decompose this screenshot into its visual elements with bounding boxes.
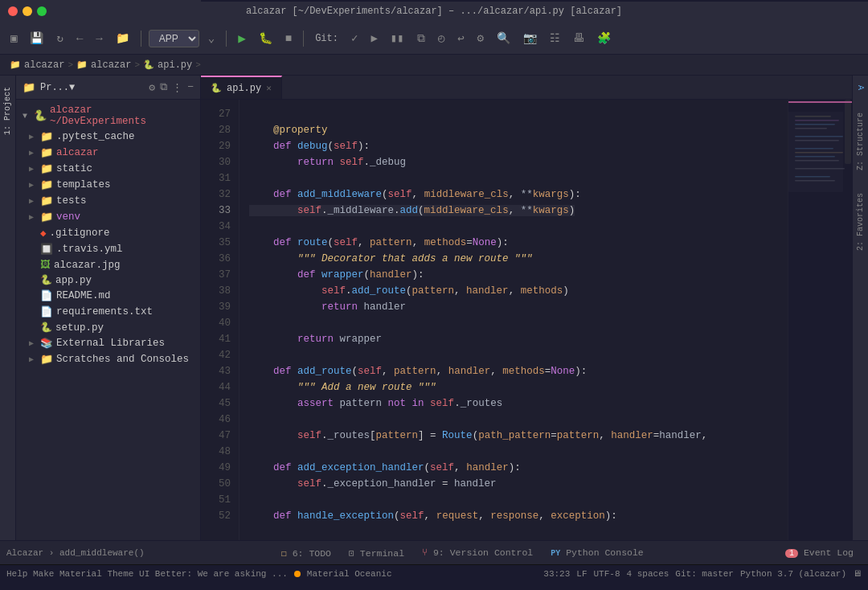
readme-icon: 📄: [40, 289, 53, 302]
stop-icon[interactable]: ■: [281, 30, 296, 47]
tree-item-scratches[interactable]: ▶ 📁 Scratches and Consoles: [16, 351, 200, 367]
tab-version-control[interactable]: ⑂ 9: Version Control: [414, 545, 541, 560]
tree-item-alcazar[interactable]: ▶ 📁 alcazar: [16, 145, 200, 161]
code-line-32: def add_middleware(self, middleware_cls,…: [249, 189, 581, 200]
tab-event-log[interactable]: 1 Event Log: [774, 545, 862, 560]
minimap: [788, 100, 852, 540]
breadcrumb-item-3[interactable]: api.py: [158, 59, 192, 71]
tree-arrow-alcazar: ▶: [29, 148, 37, 158]
status-encoding[interactable]: UTF-8: [594, 569, 620, 579]
tree-item-pytest[interactable]: ▶ 📁 .pytest_cache: [16, 129, 200, 145]
minimize-button[interactable]: [23, 6, 32, 16]
file-icon[interactable]: ▣: [6, 29, 21, 47]
editor-area: 🐍 api.py ✕ 27 28 29 30 31 32 33 34 35 36…: [201, 76, 852, 540]
git-undo-icon[interactable]: ↩: [453, 29, 468, 47]
run-icon[interactable]: ▶: [234, 28, 250, 49]
tab-todo[interactable]: ☐ 6: TODO: [273, 545, 339, 561]
code-line-47: self._routes[pattern] = Route(path_patte…: [249, 430, 707, 441]
tab-terminal[interactable]: ⊡ Terminal: [341, 545, 412, 561]
close-button[interactable]: [8, 6, 18, 16]
refresh-icon[interactable]: ↻: [52, 29, 67, 47]
tree-item-gitignore[interactable]: ▶ ◆ .gitignore: [16, 225, 200, 241]
linenum-28: 28: [201, 122, 239, 138]
tree-arrow-pytest: ▶: [29, 132, 37, 141]
tree-item-readme[interactable]: ▶ 📄 README.md: [16, 288, 200, 304]
breadcrumb-item-1[interactable]: alcazar: [24, 59, 64, 71]
status-lf[interactable]: LF: [576, 569, 587, 579]
status-git[interactable]: Git: master: [675, 569, 734, 579]
code-line-41: return wrapper: [249, 334, 382, 345]
puzzle-icon[interactable]: 🧩: [593, 29, 615, 47]
static-label: static: [56, 163, 92, 174]
back-icon[interactable]: ←: [72, 30, 87, 47]
panel-settings-icon[interactable]: ⚙: [149, 81, 155, 94]
camera-icon[interactable]: 📷: [519, 29, 541, 47]
status-indent[interactable]: 4 spaces: [627, 569, 669, 579]
tree-item-static[interactable]: ▶ 📁 static: [16, 161, 200, 177]
breadcrumb-item-2[interactable]: alcazar: [91, 59, 131, 71]
git-rewind-icon[interactable]: ▮▮: [387, 29, 408, 47]
debug-icon[interactable]: 🐛: [255, 29, 276, 47]
line-numbers: 27 28 29 30 31 32 33 34 35 36 37 38 39 4…: [201, 100, 240, 540]
code-line-49: def add_exception_handler(self, handler)…: [249, 462, 521, 473]
panel-expand-icon[interactable]: ⧉: [160, 81, 167, 93]
tree-item-travis[interactable]: ▶ 🔲 .travis.yml: [16, 241, 200, 257]
grid-icon[interactable]: ☷: [546, 29, 564, 47]
linenum-48: 48: [201, 444, 239, 460]
tree-root[interactable]: ▼ 🐍 alcazar ~/DevExperiments: [16, 103, 200, 129]
maximize-button[interactable]: [37, 6, 47, 16]
extlib-label: External Libraries: [56, 338, 165, 349]
structure-tab[interactable]: Z: Structure: [854, 109, 866, 174]
status-help: Help Make Material Theme UI Better: We a…: [6, 569, 288, 579]
minimap-svg: [788, 100, 852, 421]
git-push-icon[interactable]: ▶: [366, 29, 381, 47]
status-line-col[interactable]: 33:23: [543, 569, 570, 579]
tree-item-venv[interactable]: ▶ 📁 venv: [16, 209, 200, 225]
breadcrumb-folder2-icon: 📁: [76, 59, 88, 70]
monitor-icon[interactable]: 🖶: [569, 30, 588, 47]
setuppy-icon: 🐍: [40, 322, 52, 334]
project-tab[interactable]: 1: Project: [2, 82, 14, 140]
svg-rect-15: [788, 112, 843, 192]
code-line-35: def route(self, pattern, methods=None):: [249, 237, 509, 248]
breadcrumb-sep-3: >: [195, 60, 201, 70]
panel-more-icon[interactable]: ⋮: [172, 81, 182, 94]
git-branch-icon[interactable]: ✓: [347, 29, 362, 47]
tab-api-py[interactable]: 🐍 api.py ✕: [201, 76, 282, 99]
tab-close-icon[interactable]: ✕: [266, 83, 272, 93]
code-line-38: self.add_route(pattern, handler, methods…: [249, 285, 569, 297]
panel-title[interactable]: Pr...▼: [40, 82, 144, 93]
tree-item-req[interactable]: ▶ 📄 requirements.txt: [16, 304, 200, 320]
tree-item-apppy[interactable]: ▶ 🐍 app.py: [16, 272, 200, 288]
tree-item-extlib[interactable]: ▶ 📚 External Libraries: [16, 335, 200, 351]
forward-icon[interactable]: →: [92, 30, 106, 47]
status-python[interactable]: Python 3.7 (alcazar): [740, 569, 846, 579]
toolbar: ▣ 💾 ↻ ← → 📁 APP ⌄ ▶ 🐛 ■ Git: ✓ ▶ ▮▮ ⧉ ◴ …: [0, 23, 868, 55]
settings-icon[interactable]: ⚙: [473, 29, 488, 47]
search-icon[interactable]: 🔍: [493, 29, 514, 47]
folder-icon[interactable]: 📁: [112, 29, 133, 47]
code-editor[interactable]: 27 28 29 30 31 32 33 34 35 36 37 38 39 4…: [201, 100, 852, 540]
chevron-down-icon[interactable]: ⌄: [204, 29, 219, 47]
event-log-badge: 1: [785, 549, 798, 558]
tree-item-jpg[interactable]: ▶ 🖼 alcazar.jpg: [16, 257, 200, 272]
favorites-tab[interactable]: 2: Favorites: [854, 190, 866, 254]
apppy-icon: 🐍: [40, 274, 52, 286]
tree-item-setuppy[interactable]: ▶ 🐍 setup.py: [16, 320, 200, 335]
git-layers-icon[interactable]: ⧉: [413, 30, 429, 47]
templates-label: templates: [56, 179, 111, 191]
tree-arrow-root: ▼: [23, 112, 31, 121]
tab-python-console[interactable]: PY Python Console: [542, 545, 652, 560]
git-clock-icon[interactable]: ◴: [434, 29, 448, 47]
right-tab-a[interactable]: A: [854, 82, 866, 93]
linenum-50: 50: [201, 476, 239, 492]
sep-3: [303, 31, 304, 47]
travis-label: .travis.yml: [56, 244, 123, 255]
tree-item-tests[interactable]: ▶ 📁 tests: [16, 193, 200, 209]
tree-item-templates[interactable]: ▶ 📁 templates: [16, 177, 200, 193]
extlib-icon: 📚: [40, 337, 53, 350]
save-icon[interactable]: 💾: [26, 29, 47, 47]
code-content[interactable]: @property def debug(self): return self._…: [240, 100, 788, 540]
panel-minus-icon[interactable]: −: [187, 81, 194, 93]
app-dropdown[interactable]: APP: [149, 30, 199, 47]
